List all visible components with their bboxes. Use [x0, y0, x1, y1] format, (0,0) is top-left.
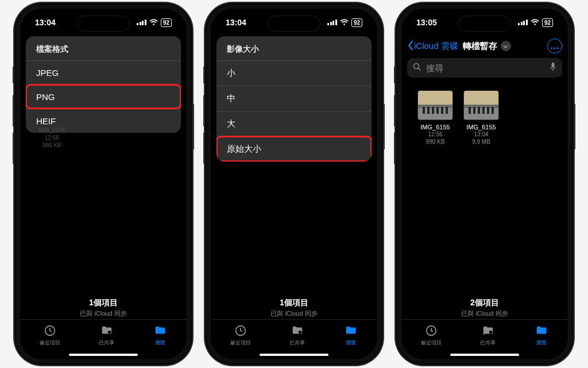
file-thumbnail — [463, 90, 499, 120]
battery-icon: 92 — [542, 18, 553, 27]
tab-shared[interactable]: 已共享 — [289, 324, 305, 347]
dynamic-island — [458, 16, 511, 32]
file-item[interactable]: IMG_6155 12:56 990 KB — [417, 90, 453, 145]
menu-option-small[interactable]: 小 — [216, 60, 372, 86]
menu-option-original[interactable]: 原始大小 — [216, 136, 372, 162]
menu-option-jpeg[interactable]: JPEG — [26, 60, 181, 85]
menu-header: 檔案格式 — [26, 36, 181, 60]
tab-browse[interactable]: 瀏覽 — [153, 324, 167, 347]
tab-recent[interactable]: 最近項目 — [40, 324, 60, 347]
file-thumbnail — [417, 90, 453, 120]
tab-bar: 最近項目 已共享 瀏覽 — [401, 319, 568, 351]
file-item[interactable]: IMG_6155 13:04 9.9 MB — [463, 90, 499, 145]
back-button[interactable]: iCloud 雲碟 — [407, 40, 458, 52]
footer-status: 1個項目 已與 iCloud 同步 — [20, 294, 187, 319]
folder-icon — [535, 324, 548, 338]
home-indicator[interactable] — [450, 354, 519, 356]
title-dropdown[interactable] — [501, 41, 511, 51]
ellipsis-icon — [551, 41, 559, 51]
clock: 13:04 — [35, 18, 56, 27]
clock: 13:05 — [416, 18, 437, 27]
chevron-down-icon — [503, 41, 508, 51]
menu-option-medium[interactable]: 中 — [216, 86, 372, 111]
clock-icon — [424, 324, 438, 338]
folder-icon — [344, 324, 358, 338]
tab-recent[interactable]: 最近項目 — [230, 324, 251, 347]
file-name: IMG_6155 — [463, 124, 499, 131]
tab-shared[interactable]: 已共享 — [99, 324, 114, 347]
tab-browse[interactable]: 瀏覽 — [535, 324, 548, 347]
tab-recent[interactable]: 最近項目 — [421, 324, 442, 347]
menu-option-large[interactable]: 大 — [216, 111, 372, 136]
signal-icon — [137, 20, 146, 25]
home-indicator[interactable] — [260, 354, 328, 356]
footer-status: 2個項目 已與 iCloud 同步 — [401, 294, 568, 319]
folder-person-icon — [291, 324, 304, 338]
background-file-hint: IMG_6155 12:56 990 KB — [38, 126, 65, 149]
nav-bar: iCloud 雲碟 轉檔暫存 — [401, 36, 568, 57]
file-time: 13:04 — [463, 131, 499, 138]
svg-point-1 — [108, 331, 111, 334]
file-name: IMG_6155 — [417, 124, 453, 131]
search-bar[interactable] — [407, 58, 562, 78]
battery-icon: 92 — [351, 18, 362, 27]
home-indicator[interactable] — [69, 354, 138, 356]
more-button[interactable] — [547, 39, 562, 53]
tab-browse[interactable]: 瀏覽 — [344, 324, 358, 347]
dynamic-island — [77, 16, 130, 32]
clock: 13:04 — [226, 18, 246, 27]
wifi-icon — [340, 19, 349, 26]
svg-point-7 — [414, 63, 419, 68]
folder-person-icon — [481, 324, 495, 338]
clock-icon — [234, 324, 247, 338]
tab-bar: 最近項目 已共享 瀏覽 — [20, 319, 187, 351]
wifi-icon — [531, 19, 539, 26]
svg-point-5 — [554, 47, 556, 49]
format-menu: 檔案格式 JPEG PNG HEIF — [26, 36, 181, 133]
file-size: 9.9 MB — [463, 138, 499, 145]
svg-rect-8 — [552, 63, 555, 68]
svg-point-6 — [557, 47, 559, 49]
svg-point-4 — [551, 47, 552, 49]
mic-icon[interactable] — [550, 62, 556, 74]
search-icon — [413, 63, 421, 74]
clock-icon — [43, 324, 57, 338]
file-size: 990 KB — [417, 138, 453, 145]
signal-icon — [518, 20, 528, 25]
tab-shared[interactable]: 已共享 — [480, 324, 496, 347]
size-menu: 影像大小 小 中 大 原始大小 — [216, 36, 372, 162]
wifi-icon — [149, 19, 158, 26]
battery-icon: 92 — [161, 18, 172, 27]
signal-icon — [327, 20, 337, 25]
tab-bar: 最近項目 已共享 瀏覽 — [211, 319, 377, 351]
folder-person-icon — [100, 324, 114, 338]
svg-point-3 — [299, 331, 302, 334]
menu-option-png[interactable]: PNG — [26, 85, 181, 109]
dynamic-island — [268, 16, 320, 32]
file-grid: IMG_6155 12:56 990 KB IMG_6155 13:04 9.9… — [407, 83, 562, 152]
chevron-left-icon — [407, 40, 414, 52]
nav-title: 轉檔暫存 — [463, 41, 497, 52]
search-input[interactable] — [426, 63, 545, 73]
file-time: 12:56 — [417, 131, 453, 138]
svg-point-10 — [489, 331, 493, 334]
menu-header: 影像大小 — [216, 36, 372, 60]
footer-status: 1個項目 已與 iCloud 同步 — [211, 294, 377, 319]
folder-icon — [153, 324, 167, 338]
